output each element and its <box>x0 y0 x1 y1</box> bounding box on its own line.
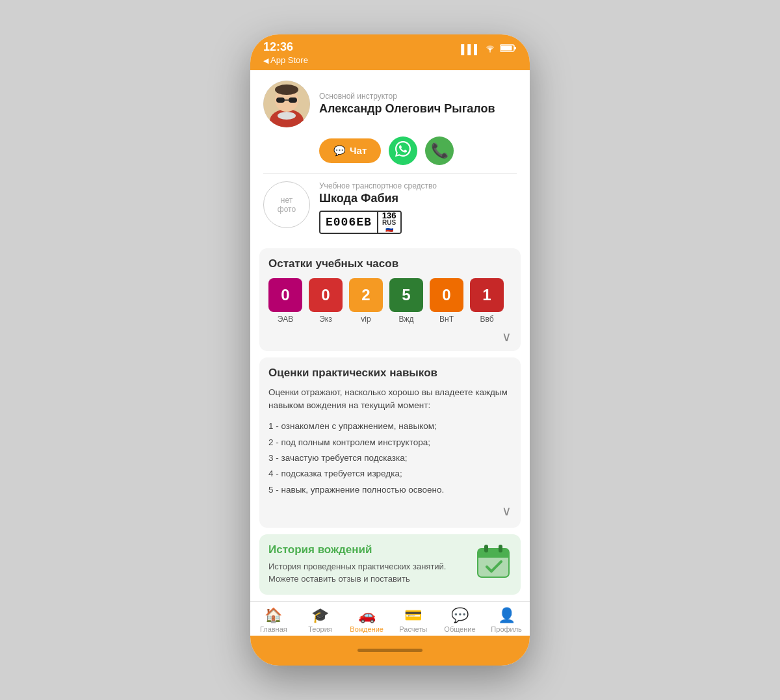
history-description: История проведенных практических занятий… <box>268 560 469 586</box>
hour-label: ВнТ <box>439 315 454 324</box>
nav-icon-общение: 💬 <box>451 607 469 624</box>
svg-rect-1 <box>501 46 512 51</box>
nav-label-главная: Главная <box>260 625 287 633</box>
no-photo-line1: нет <box>281 196 292 205</box>
bottom-bar <box>250 636 530 666</box>
back-button[interactable]: App Store <box>263 55 308 65</box>
hour-label: vip <box>361 315 370 324</box>
skill-level-item: 2 - под полным контролем инструктора; <box>268 435 512 450</box>
nav-item-профиль[interactable]: 👤Профиль <box>488 607 525 633</box>
nav-label-общение: Общение <box>444 625 475 633</box>
home-indicator <box>358 649 422 652</box>
plate-flag: 🇷🇺 <box>385 226 393 233</box>
hour-label: Экз <box>319 315 332 324</box>
chevron-down-icon: ∨ <box>502 329 512 344</box>
hour-badge: 0 <box>430 278 463 312</box>
instructor-row: Основной инструктор Александр Олегович Р… <box>263 81 517 127</box>
history-title: История вождений <box>268 543 469 556</box>
hours-expand-button[interactable]: ∨ <box>268 329 512 344</box>
hour-badge: 0 <box>309 278 343 312</box>
hour-label: Ввб <box>480 315 493 324</box>
svg-rect-14 <box>484 545 488 552</box>
instructor-section: Основной инструктор Александр Олегович Р… <box>250 70 530 173</box>
phone-shell: 12:36 App Store ▌▌▌ <box>250 34 530 666</box>
instructor-info: Основной инструктор Александр Олегович Р… <box>319 92 517 116</box>
skill-level-item: 5 - навык, упражнение полностью освоено. <box>268 482 512 498</box>
skills-expand-button[interactable]: ∨ <box>268 503 512 519</box>
nav-icon-вождение: 🚗 <box>358 607 376 624</box>
license-plate: Е006ЕВ 136 RUS 🇷🇺 <box>319 211 402 234</box>
nav-item-вождение[interactable]: 🚗Вождение <box>348 607 385 633</box>
svg-rect-15 <box>499 545 502 552</box>
hour-label: Вжд <box>398 315 413 324</box>
hour-label: ЭАВ <box>278 315 294 324</box>
hour-badge: 1 <box>470 278 504 312</box>
nav-icon-профиль: 👤 <box>498 607 515 624</box>
chat-label: Чат <box>350 145 367 156</box>
history-text: История вождений История проведенных пра… <box>268 543 469 586</box>
hour-item: 0 ЭАВ <box>268 278 302 324</box>
instructor-name: Александр Олегович Рыгалов <box>319 102 517 116</box>
hours-row: 0 ЭАВ 0 Экз 2 vip 5 Вжд 0 ВнТ 1 Ввб <box>268 278 512 324</box>
hour-badge: 0 <box>268 278 302 312</box>
wifi-icon <box>484 44 496 55</box>
status-time: 12:36 <box>263 41 308 54</box>
nav-label-расчеты: Расчеты <box>399 625 427 633</box>
chevron-down-icon-2: ∨ <box>502 503 512 519</box>
hour-item: 0 ВнТ <box>430 278 463 324</box>
skills-title: Оценки практических навыков <box>268 367 512 380</box>
svg-rect-8 <box>289 97 297 103</box>
hour-badge: 5 <box>389 278 423 312</box>
whatsapp-button[interactable] <box>389 136 417 165</box>
phone-button[interactable]: 📞 <box>425 136 454 165</box>
skill-level-item: 1 - ознакомлен с упражнением, навыком; <box>268 419 512 434</box>
skills-description: Оценки отражают, насколько хорошо вы вла… <box>268 386 512 413</box>
plate-main: Е006ЕВ <box>320 212 377 233</box>
chat-icon: 💬 <box>333 145 346 157</box>
svg-rect-2 <box>514 47 516 49</box>
status-icons: ▌▌▌ <box>461 44 517 55</box>
no-photo-line2: фото <box>278 205 296 214</box>
chat-button[interactable]: 💬 Чат <box>319 138 381 163</box>
nav-label-вождение: Вождение <box>350 625 384 633</box>
bottom-nav: 🏠Главная🎓Теория🚗Вождение💳Расчеты💬Общение… <box>250 601 530 636</box>
nav-item-главная[interactable]: 🏠Главная <box>255 607 292 633</box>
hours-title: Остатки учебных часов <box>268 257 512 270</box>
content-area: Основной инструктор Александр Олегович Р… <box>250 70 530 601</box>
instructor-label: Основной инструктор <box>319 92 517 101</box>
history-section: История вождений История проведенных пра… <box>259 534 521 595</box>
svg-point-10 <box>275 84 298 95</box>
nav-item-расчеты[interactable]: 💳Расчеты <box>395 607 432 633</box>
signal-icon: ▌▌▌ <box>461 44 480 55</box>
svg-rect-7 <box>276 97 285 103</box>
nav-label-теория: Теория <box>308 625 332 633</box>
vehicle-name: Шкода Фабия <box>319 192 517 205</box>
whatsapp-icon <box>395 141 411 161</box>
phone-icon: 📞 <box>431 142 448 159</box>
hour-item: 2 vip <box>349 278 383 324</box>
no-photo-placeholder: нет фото <box>263 181 310 228</box>
nav-item-общение[interactable]: 💬Общение <box>441 607 478 633</box>
nav-icon-расчеты: 💳 <box>404 607 422 624</box>
status-bar: 12:36 App Store ▌▌▌ <box>250 34 530 70</box>
plate-region: 136 RUS 🇷🇺 <box>377 212 400 233</box>
vehicle-info: Учебное транспортное средство Шкода Фаби… <box>319 181 517 234</box>
skills-section: Оценки практических навыков Оценки отраж… <box>259 357 521 528</box>
nav-label-профиль: Профиль <box>491 625 522 633</box>
skills-list: 1 - ознакомлен с упражнением, навыком;2 … <box>268 419 512 497</box>
nav-icon-главная: 🏠 <box>265 607 282 624</box>
calendar-icon <box>475 543 512 580</box>
avatar <box>263 81 310 127</box>
hour-badge: 2 <box>349 278 383 312</box>
instructor-actions: 💬 Чат 📞 <box>263 136 517 165</box>
skill-level-item: 3 - зачастую требуется подсказка; <box>268 450 512 466</box>
svg-rect-13 <box>478 554 509 558</box>
svg-point-5 <box>278 112 296 120</box>
vehicle-section: нет фото Учебное транспортное средство Ш… <box>250 174 530 242</box>
nav-item-теория[interactable]: 🎓Теория <box>302 607 338 633</box>
battery-icon <box>500 44 517 55</box>
vehicle-label: Учебное транспортное средство <box>319 181 517 190</box>
nav-icon-теория: 🎓 <box>311 607 329 624</box>
hour-item: 1 Ввб <box>470 278 504 324</box>
hour-item: 5 Вжд <box>389 278 423 324</box>
